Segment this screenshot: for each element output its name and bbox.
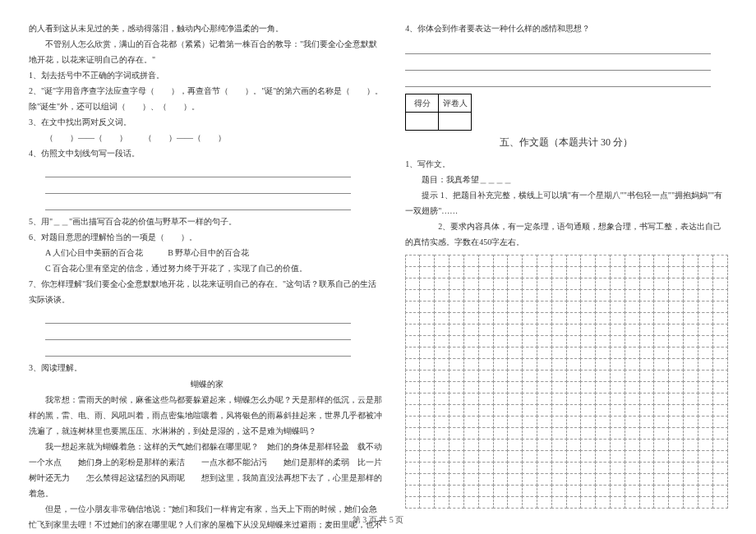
grid-cell[interactable] (434, 255, 449, 267)
grid-cell[interactable] (449, 416, 464, 428)
grid-cell[interactable] (551, 404, 567, 417)
grid-cell[interactable] (639, 473, 655, 486)
grid-cell[interactable] (463, 404, 479, 417)
grid-cell[interactable] (683, 335, 698, 348)
grid-cell[interactable] (507, 324, 523, 336)
grid-cell[interactable] (405, 450, 421, 463)
grid-cell[interactable] (551, 289, 567, 302)
grid-cell[interactable] (537, 473, 552, 486)
grid-cell[interactable] (405, 266, 421, 279)
grid-cell[interactable] (449, 439, 464, 451)
grid-cell[interactable] (625, 255, 640, 267)
grid-cell[interactable] (449, 335, 464, 348)
grid-cell[interactable] (653, 462, 669, 474)
grid-cell[interactable] (625, 289, 640, 302)
grid-cell[interactable] (522, 450, 537, 463)
grid-cell[interactable] (683, 278, 698, 290)
grid-cell[interactable] (639, 347, 655, 359)
grid-cell[interactable] (683, 301, 698, 313)
grid-cell[interactable] (434, 312, 449, 325)
grid-cell[interactable] (449, 427, 464, 440)
grid-cell[interactable] (580, 393, 596, 405)
grid-cell[interactable] (493, 335, 509, 348)
grid-cell[interactable] (610, 289, 625, 302)
grid-cell[interactable] (493, 358, 509, 371)
grid-cell[interactable] (625, 324, 640, 336)
grid-cell[interactable] (493, 301, 509, 313)
grid-cell[interactable] (478, 347, 494, 359)
grid-cell[interactable] (668, 427, 684, 440)
grid-cell[interactable] (595, 289, 611, 302)
grid-cell[interactable] (683, 381, 698, 394)
grid-cell[interactable] (595, 255, 611, 267)
grid-cell[interactable] (478, 324, 494, 336)
grid-cell[interactable] (449, 255, 464, 267)
grid-cell[interactable] (434, 496, 449, 509)
composition-grid[interactable] (405, 255, 727, 508)
grid-cell[interactable] (625, 370, 640, 382)
grid-cell[interactable] (698, 473, 713, 486)
grid-cell[interactable] (537, 381, 552, 394)
grid-cell[interactable] (595, 335, 611, 348)
grid-cell[interactable] (405, 289, 421, 302)
grid-cell[interactable] (551, 278, 567, 290)
grid-cell[interactable] (610, 416, 625, 428)
grid-cell[interactable] (434, 427, 449, 440)
grid-cell[interactable] (566, 450, 582, 463)
grid-cell[interactable] (698, 266, 713, 279)
grid-cell[interactable] (698, 370, 713, 382)
grid-cell[interactable] (683, 312, 698, 325)
grid-cell[interactable] (639, 462, 655, 474)
grid-cell[interactable] (668, 404, 684, 417)
grid-cell[interactable] (419, 439, 435, 451)
grid-cell[interactable] (522, 462, 537, 474)
grid-cell[interactable] (566, 278, 582, 290)
grid-cell[interactable] (449, 404, 464, 417)
grid-cell[interactable] (522, 324, 537, 336)
grid-cell[interactable] (507, 335, 523, 348)
grid-cell[interactable] (493, 255, 509, 267)
grid-cell[interactable] (463, 335, 479, 348)
grid-cell[interactable] (698, 404, 713, 417)
score-cell-de[interactable] (406, 113, 439, 131)
grid-cell[interactable] (507, 485, 523, 497)
grid-cell[interactable] (463, 312, 479, 325)
grid-cell[interactable] (566, 289, 582, 302)
grid-cell[interactable] (493, 266, 509, 279)
grid-cell[interactable] (639, 324, 655, 336)
grid-cell[interactable] (683, 496, 698, 509)
grid-cell[interactable] (478, 439, 494, 451)
grid-cell[interactable] (668, 381, 684, 394)
grid-cell[interactable] (595, 427, 611, 440)
grid-cell[interactable] (493, 404, 509, 417)
grid-cell[interactable] (449, 278, 464, 290)
grid-cell[interactable] (478, 416, 494, 428)
grid-cell[interactable] (639, 416, 655, 428)
grid-cell[interactable] (419, 324, 435, 336)
grid-cell[interactable] (668, 255, 684, 267)
grid-cell[interactable] (625, 427, 640, 440)
grid-cell[interactable] (712, 496, 728, 509)
grid-cell[interactable] (566, 485, 582, 497)
grid-cell[interactable] (522, 485, 537, 497)
grid-cell[interactable] (625, 485, 640, 497)
grid-cell[interactable] (625, 335, 640, 348)
grid-cell[interactable] (668, 462, 684, 474)
grid-cell[interactable] (449, 312, 464, 325)
grid-cell[interactable] (449, 324, 464, 336)
grid-cell[interactable] (478, 278, 494, 290)
grid-cell[interactable] (493, 462, 509, 474)
grid-cell[interactable] (625, 381, 640, 394)
grid-cell[interactable] (434, 439, 449, 451)
grid-cell[interactable] (610, 496, 625, 509)
grid-cell[interactable] (493, 496, 509, 509)
grid-cell[interactable] (683, 450, 698, 463)
grid-cell[interactable] (698, 393, 713, 405)
grid-cell[interactable] (698, 462, 713, 474)
grid-cell[interactable] (537, 450, 552, 463)
grid-cell[interactable] (580, 462, 596, 474)
grid-cell[interactable] (493, 393, 509, 405)
grid-cell[interactable] (434, 278, 449, 290)
answer-line[interactable] (405, 58, 711, 71)
grid-cell[interactable] (610, 347, 625, 359)
